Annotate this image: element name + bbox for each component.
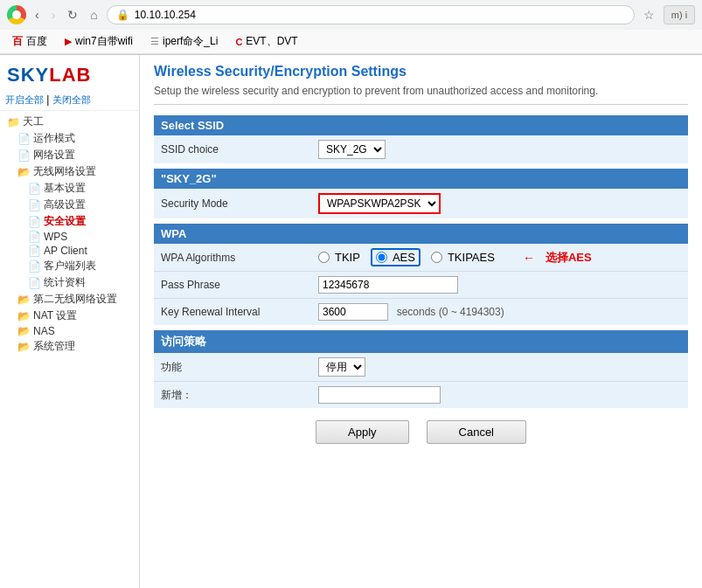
bookmark-iperf[interactable]: ☰ iperf命令_Li — [145, 32, 223, 51]
open-all-link[interactable]: 开启全部 — [5, 94, 44, 105]
radio-tkipaes-text: TKIPAES — [448, 251, 495, 264]
sidebar-item-ap-client[interactable]: 📄 AP Client — [23, 244, 139, 258]
wps-label: WPS — [44, 231, 67, 243]
address-bar[interactable]: 🔒 10.10.10.254 — [107, 5, 635, 24]
folder-icon-wireless: 📂 — [17, 166, 31, 178]
main-content: Wireless Security/Encryption Settings Se… — [140, 55, 702, 588]
sidebar-item-system[interactable]: 📂 系统管理 — [12, 338, 139, 355]
radio-tkipaes[interactable] — [431, 252, 442, 263]
sidebar-item-wps[interactable]: 📄 WPS — [23, 230, 139, 244]
extension-area: m) i — [664, 5, 695, 24]
bookmark-evt-label: EVT、DVT — [246, 34, 297, 49]
radio-tkipaes-label[interactable]: TKIPAES — [431, 251, 495, 264]
evt-icon: C — [235, 37, 242, 47]
form-row-new: 新增： — [154, 382, 688, 408]
sidebar-item-operation-mode[interactable]: 📄 运作模式 — [12, 130, 139, 147]
client-list-label: 客户端列表 — [44, 259, 96, 273]
tree-label-tiangong[interactable]: 📁 天工 — [0, 114, 139, 130]
bookmarks-bar: 百 百度 ▶ win7自带wifi ☰ iperf命令_Li C EVT、DVT — [0, 30, 702, 54]
sidebar-item-basic[interactable]: 📄 基本设置 — [23, 180, 139, 197]
page-icon7: 📄 — [28, 245, 41, 257]
sidebar-item-network-settings[interactable]: 📄 网络设置 — [12, 147, 139, 163]
section-body-wpa: WPA Algorithms TKIP AES — [154, 244, 688, 325]
bookmark-iperf-label: iperf命令_Li — [163, 34, 218, 49]
page-icon5: 📄 — [28, 216, 41, 228]
sidebar-toggle-bar: 开启全部 | 关闭全部 — [0, 92, 139, 111]
section-body-access: 功能 停用 启用 新增： — [154, 353, 688, 408]
section-sky2g: "SKY_2G" Security Mode WPAPSKWPA2PSK Non… — [154, 169, 688, 218]
new-input[interactable] — [318, 386, 441, 404]
renewal-input[interactable] — [318, 303, 388, 321]
refresh-button[interactable]: ↻ — [64, 6, 81, 24]
logo-text: SKYLAB — [7, 64, 91, 86]
func-select[interactable]: 停用 启用 — [318, 357, 365, 377]
radio-tkip-label[interactable]: TKIP — [318, 251, 360, 264]
sidebar-item-second-wireless[interactable]: 📂 第二无线网络设置 — [12, 291, 139, 308]
section-wpa: WPA WPA Algorithms TKIP AES — [154, 224, 688, 325]
section-header-sky2g: "SKY_2G" — [154, 169, 688, 189]
radio-aes[interactable] — [376, 252, 387, 263]
baidu-icon: 百 — [12, 34, 23, 49]
page-icon3: 📄 — [28, 183, 41, 195]
folder-icon-2nd: 📂 — [17, 294, 31, 306]
passphrase-input[interactable] — [318, 276, 458, 294]
bookmark-baidu[interactable]: 百 百度 — [7, 32, 52, 51]
sidebar-item-security[interactable]: 📄 安全设置 — [23, 213, 139, 230]
bookmark-star-button[interactable]: ☆ — [640, 6, 658, 24]
algorithms-control: TKIP AES TKIPAES ← 选择AES — [318, 248, 681, 266]
page-icon6: 📄 — [28, 231, 41, 243]
passphrase-label: Pass Phrase — [161, 279, 318, 291]
back-button[interactable]: ‹ — [31, 6, 43, 24]
sidebar-item-advanced[interactable]: 📄 高级设置 — [23, 197, 139, 213]
ssid-choice-control: SKY_2G — [318, 140, 681, 159]
security-mode-select[interactable]: WPAPSKWPA2PSK None WEP WPA WPA2 — [318, 193, 441, 214]
sidebar-item-nat[interactable]: 📂 NAT 设置 — [12, 308, 139, 324]
radio-aes-label[interactable]: AES — [371, 248, 421, 266]
radio-tkip[interactable] — [318, 252, 330, 263]
security-mode-control: WPAPSKWPA2PSK None WEP WPA WPA2 — [318, 193, 681, 214]
nat-label: NAT 设置 — [33, 308, 77, 323]
close-all-link[interactable]: 关闭全部 — [52, 94, 91, 105]
sidebar-item-client-list[interactable]: 📄 客户端列表 — [23, 258, 139, 274]
iperf-icon: ☰ — [150, 36, 159, 47]
sidebar-item-nas[interactable]: 📂 NAS — [12, 324, 139, 338]
folder-icon-sys: 📂 — [17, 341, 31, 353]
func-label: 功能 — [161, 360, 318, 375]
statistics-label: 统计资料 — [44, 275, 86, 290]
cancel-button[interactable]: Cancel — [427, 420, 526, 444]
form-row-passphrase: Pass Phrase — [154, 272, 688, 299]
sidebar-item-statistics[interactable]: 📄 统计资料 — [23, 274, 139, 291]
algorithms-radio-group: TKIP AES TKIPAES ← 选择AES — [318, 248, 681, 266]
button-row: Apply Cancel — [154, 408, 688, 456]
radio-tkip-text: TKIP — [335, 251, 360, 264]
renewal-hint: seconds (0 ~ 4194303) — [397, 306, 504, 318]
form-row-renewal: Key Renewal Interval seconds (0 ~ 419430… — [154, 299, 688, 325]
sidebar-item-wireless[interactable]: 📂 无线网络设置 — [12, 163, 139, 180]
form-row-ssid: SSID choice SKY_2G — [154, 135, 688, 163]
apply-button[interactable]: Apply — [316, 420, 409, 444]
renewal-label: Key Renewal Interval — [161, 306, 318, 318]
wireless-children: 📄 基本设置 📄 高级设置 📄 安全设置 📄 — [12, 180, 139, 291]
browser-chrome: ‹ › ↻ ⌂ 🔒 10.10.10.254 ☆ m) i 百 百度 ▶ win… — [0, 0, 702, 55]
forward-button[interactable]: › — [48, 6, 59, 24]
advanced-label: 高级设置 — [44, 197, 86, 212]
ssid-choice-select[interactable]: SKY_2G — [318, 140, 386, 159]
home-button[interactable]: ⌂ — [87, 6, 101, 24]
bookmark-evt[interactable]: C EVT、DVT — [230, 32, 302, 51]
tree-item-tiangong: 📁 天工 📄 运作模式 📄 网络设置 📂 无线网络设置 — [0, 113, 139, 356]
page-icon: 📄 — [17, 133, 31, 145]
folder-icon-tiangong: 📁 — [7, 116, 20, 128]
page-icon2: 📄 — [17, 149, 31, 162]
operation-mode-label: 运作模式 — [33, 131, 75, 146]
sidebar: SKYLAB 开启全部 | 关闭全部 📁 天工 📄 运作模式 — [0, 55, 140, 588]
ssid-choice-label: SSID choice — [161, 143, 318, 156]
form-row-security-mode: Security Mode WPAPSKWPA2PSK None WEP WPA… — [154, 189, 688, 218]
section-header-wpa: WPA — [154, 224, 688, 244]
tree-label-text-tiangong: 天工 — [23, 114, 44, 129]
nas-label: NAS — [33, 325, 55, 337]
algorithms-label: WPA Algorithms — [161, 252, 318, 264]
radio-aes-text: AES — [393, 251, 415, 264]
bookmark-win7wifi[interactable]: ▶ win7自带wifi — [59, 32, 138, 51]
func-control: 停用 启用 — [318, 357, 681, 377]
tree-children-tiangong: 📄 运作模式 📄 网络设置 📂 无线网络设置 📄 — [0, 130, 139, 355]
